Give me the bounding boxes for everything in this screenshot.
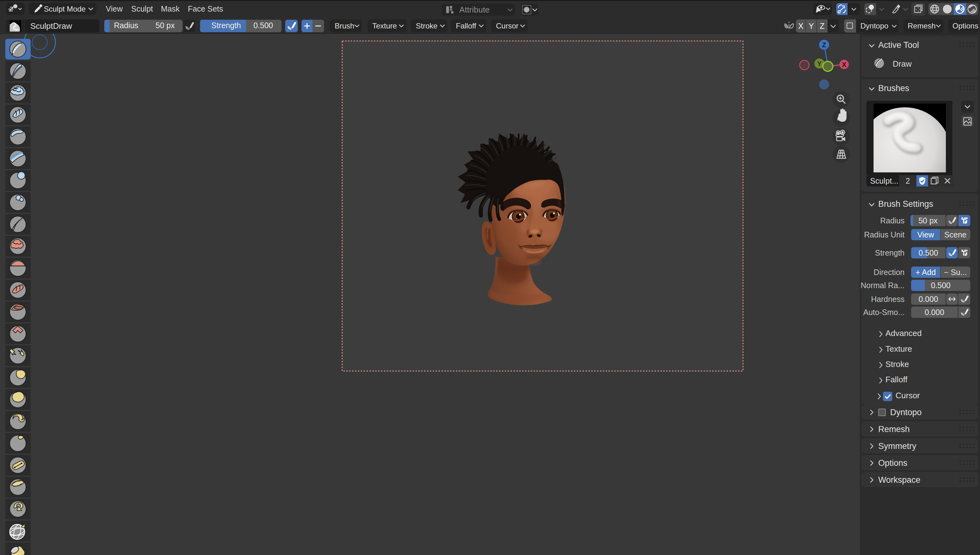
svg-text:X: X — [842, 61, 846, 69]
svg-text:Z: Z — [822, 41, 826, 49]
svg-text:Y: Y — [817, 60, 822, 67]
